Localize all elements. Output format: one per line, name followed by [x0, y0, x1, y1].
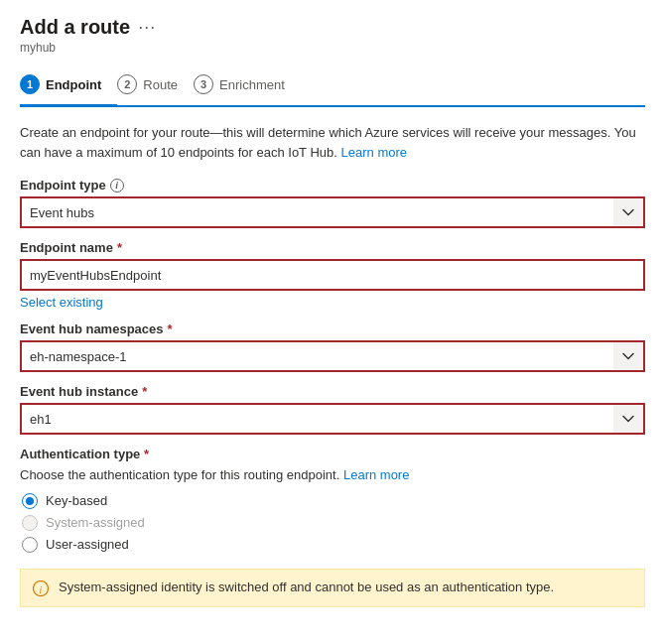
warning-box: i System-assigned identity is switched o…	[20, 569, 645, 607]
event-hub-instance-label: Event hub instance *	[20, 384, 645, 399]
step-2-circle: 2	[117, 74, 137, 94]
ellipsis-icon[interactable]: ···	[138, 17, 156, 38]
auth-learn-more-link[interactable]: Learn more	[343, 467, 409, 482]
auth-description: Choose the authentication type for this …	[20, 465, 645, 485]
endpoint-type-label: Endpoint type i	[20, 178, 645, 193]
step-2-label: Route	[143, 77, 178, 92]
chevron-down-icon	[622, 206, 634, 218]
chevron-down-icon	[622, 350, 634, 362]
endpoint-name-input[interactable]	[20, 259, 645, 291]
radio-user-assigned-label: User-assigned	[46, 537, 129, 552]
endpoint-type-dropdown-row: Event hubs	[20, 196, 645, 228]
description-text: Create an endpoint for your route—this w…	[20, 123, 645, 162]
instance-required: *	[142, 384, 147, 399]
warning-text: System-assigned identity is switched off…	[59, 580, 554, 594]
subtitle: myhub	[20, 41, 645, 55]
endpoint-type-value[interactable]: Event hubs	[20, 196, 613, 228]
endpoint-name-group: Endpoint name * Select existing	[20, 240, 645, 310]
radio-key-based-label: Key-based	[46, 493, 107, 508]
radio-group: Key-based System-assigned User-assigned	[22, 493, 645, 553]
event-hub-namespaces-label: Event hub namespaces *	[20, 322, 645, 336]
step-3-circle: 3	[194, 74, 213, 94]
learn-more-link[interactable]: Learn more	[341, 145, 407, 160]
namespaces-value[interactable]: eh-namespace-1	[20, 340, 613, 372]
step-enrichment[interactable]: 3 Enrichment	[194, 66, 301, 107]
namespaces-required: *	[168, 322, 173, 336]
instance-value[interactable]: eh1	[20, 403, 613, 435]
radio-key-based-circle	[22, 493, 38, 509]
namespaces-dropdown-button[interactable]	[613, 340, 645, 372]
auth-required: *	[144, 447, 149, 461]
endpoint-name-label: Endpoint name *	[20, 240, 645, 255]
page-header: Add a route ··· myhub	[20, 16, 645, 55]
endpoint-name-required: *	[117, 240, 122, 255]
radio-system-assigned: System-assigned	[22, 515, 645, 531]
page-title: Add a route	[20, 16, 130, 39]
radio-key-based[interactable]: Key-based	[22, 493, 645, 509]
radio-user-assigned-circle	[22, 537, 38, 553]
warning-icon: i	[33, 580, 49, 596]
step-1-label: Endpoint	[46, 77, 101, 92]
step-endpoint[interactable]: 1 Endpoint	[20, 66, 117, 107]
endpoint-type-group: Endpoint type i Event hubs	[20, 178, 645, 228]
instance-dropdown-row: eh1	[20, 403, 645, 435]
namespaces-dropdown-row: eh-namespace-1	[20, 340, 645, 372]
form: Endpoint type i Event hubs Endpoint name…	[20, 178, 645, 607]
radio-user-assigned[interactable]: User-assigned	[22, 537, 645, 553]
step-route[interactable]: 2 Route	[117, 66, 194, 107]
radio-system-assigned-circle	[22, 515, 38, 531]
step-1-circle: 1	[20, 74, 40, 94]
chevron-down-icon	[622, 413, 634, 425]
steps-navigation: 1 Endpoint 2 Route 3 Enrichment	[20, 66, 645, 107]
instance-dropdown-button[interactable]	[613, 403, 645, 435]
svg-text:i: i	[40, 583, 43, 594]
step-3-label: Enrichment	[219, 77, 285, 92]
auth-type-label: Authentication type *	[20, 447, 645, 461]
radio-system-assigned-label: System-assigned	[46, 515, 145, 530]
authentication-section: Authentication type * Choose the authent…	[20, 447, 645, 553]
select-existing-link[interactable]: Select existing	[20, 295, 645, 310]
event-hub-namespaces-group: Event hub namespaces * eh-namespace-1	[20, 322, 645, 372]
event-hub-instance-group: Event hub instance * eh1	[20, 384, 645, 435]
endpoint-type-dropdown-button[interactable]	[613, 196, 645, 228]
endpoint-type-info-icon[interactable]: i	[110, 179, 124, 193]
